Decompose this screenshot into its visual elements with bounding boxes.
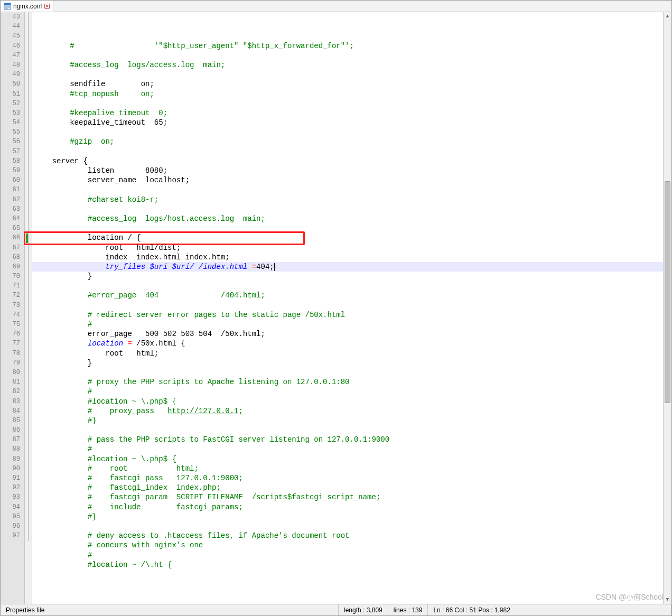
tab-nginx-conf[interactable]: nginx.conf × <box>1 1 53 12</box>
vertical-scrollbar[interactable]: ▲ ▼ <box>663 12 671 604</box>
code-line[interactable] <box>32 521 663 531</box>
line-number-gutter: 4344454647484950515253545556575859606162… <box>1 12 25 604</box>
line-number: 46 <box>1 41 20 51</box>
line-number: 77 <box>1 339 20 348</box>
code-line[interactable] <box>32 99 663 108</box>
line-number: 43 <box>1 12 20 22</box>
line-number: 72 <box>1 291 20 300</box>
code-line[interactable] <box>32 51 663 60</box>
line-number: 63 <box>1 204 20 214</box>
code-line[interactable]: server_name localhost; <box>32 175 663 185</box>
line-number: 88 <box>1 444 20 454</box>
code-line[interactable]: root html; <box>32 349 663 358</box>
code-line[interactable]: location = /50x.html { <box>32 339 663 348</box>
code-line[interactable]: server { <box>32 156 663 166</box>
line-number: 89 <box>1 454 20 464</box>
code-line[interactable]: #access_log logs/host.access.log main; <box>32 214 663 223</box>
code-line[interactable]: # concurs with nginx's one <box>32 540 663 550</box>
status-position: Ln : 66 Col : 51 Pos : 1,982 <box>428 604 671 615</box>
code-line[interactable]: #charset koi8-r; <box>32 195 663 204</box>
code-line[interactable]: # <box>32 550 663 560</box>
line-number: 96 <box>1 521 20 531</box>
code-line[interactable]: #keepalive_timeout 0; <box>32 108 663 118</box>
line-number: 80 <box>1 368 20 377</box>
code-line[interactable]: #access_log logs/access.log main; <box>32 60 663 70</box>
code-line[interactable]: # fastcgi_index index.php; <box>32 483 663 492</box>
code-line[interactable] <box>32 185 663 194</box>
scroll-up-arrow[interactable]: ▲ <box>664 12 671 21</box>
code-line[interactable]: error_page 500 502 503 504 /50x.html; <box>32 329 663 339</box>
code-line[interactable]: # <box>32 387 663 396</box>
line-number: 59 <box>1 166 20 175</box>
code-line[interactable]: #tcp_nopush on; <box>32 89 663 99</box>
status-lines: lines : 139 <box>388 604 428 615</box>
line-number: 47 <box>1 51 20 60</box>
code-line[interactable]: keepalive_timeout 65; <box>32 118 663 127</box>
code-line[interactable] <box>32 147 663 156</box>
code-line[interactable]: #} <box>32 512 663 521</box>
file-icon <box>4 3 11 10</box>
code-area[interactable]: # '"$http_user_agent" "$http_x_forwarded… <box>32 12 663 604</box>
code-line[interactable]: # proxy_pass http://127.0.0.1; <box>32 406 663 416</box>
line-number: 75 <box>1 320 20 329</box>
editor-window: nginx.conf × 434445464748495051525354555… <box>0 0 672 616</box>
code-line[interactable]: } <box>32 358 663 368</box>
fold-margin <box>25 12 32 604</box>
code-line[interactable]: try_files $uri $uri/ /index.html =404; <box>32 262 663 272</box>
code-line[interactable]: root html/dist; <box>32 243 663 253</box>
code-line[interactable] <box>32 70 663 79</box>
line-number: 67 <box>1 243 20 253</box>
line-number: 79 <box>1 358 20 368</box>
code-line[interactable]: # include fastcgi_params; <box>32 502 663 512</box>
scroll-down-arrow[interactable]: ▼ <box>664 595 671 604</box>
line-number: 97 <box>1 531 20 540</box>
line-number: 53 <box>1 108 20 118</box>
code-editor[interactable]: 4344454647484950515253545556575859606162… <box>1 12 671 604</box>
code-line[interactable]: # <box>32 320 663 329</box>
code-line[interactable]: # redirect server error pages to the sta… <box>32 310 663 320</box>
code-line[interactable]: #} <box>32 416 663 425</box>
code-line[interactable]: } <box>32 272 663 281</box>
code-line[interactable]: # pass the PHP scripts to FastCGI server… <box>32 435 663 444</box>
code-line[interactable] <box>32 301 663 310</box>
line-number: 51 <box>1 89 20 99</box>
code-line[interactable]: # proxy the PHP scripts to Apache listen… <box>32 377 663 387</box>
line-number: 45 <box>1 31 20 41</box>
line-number: 82 <box>1 387 20 396</box>
code-line[interactable] <box>32 368 663 377</box>
line-number: 94 <box>1 502 20 512</box>
code-line[interactable] <box>32 223 663 233</box>
code-line[interactable]: # '"$http_user_agent" "$http_x_forwarded… <box>32 41 663 51</box>
scrollbar-thumb[interactable] <box>665 181 670 403</box>
code-line[interactable]: # <box>32 444 663 454</box>
code-line[interactable]: # fastcgi_pass 127.0.0.1:9000; <box>32 473 663 483</box>
code-line[interactable]: index index.html index.htm; <box>32 253 663 262</box>
code-line[interactable]: #location ~ \.php$ { <box>32 397 663 406</box>
code-line[interactable]: listen 8080; <box>32 166 663 175</box>
code-line[interactable]: #location ~ \.php$ { <box>32 454 663 464</box>
status-bar: Properties file length : 3,809 lines : 1… <box>1 604 671 615</box>
code-line[interactable]: sendfile on; <box>32 79 663 89</box>
code-line[interactable]: #location ~ /\.ht { <box>32 560 663 570</box>
line-number: 52 <box>1 99 20 108</box>
code-line[interactable] <box>32 281 663 291</box>
line-number: 87 <box>1 435 20 444</box>
line-number: 68 <box>1 253 20 262</box>
line-number: 44 <box>1 22 20 31</box>
code-line[interactable]: # root html; <box>32 464 663 473</box>
code-line[interactable]: #gzip on; <box>32 137 663 146</box>
line-number: 84 <box>1 406 20 416</box>
code-line[interactable]: # deny access to .htaccess files, if Apa… <box>32 531 663 540</box>
code-line[interactable]: location / { <box>32 233 663 242</box>
code-line[interactable] <box>32 127 663 137</box>
code-line[interactable]: #error_page 404 /404.html; <box>32 291 663 300</box>
code-line[interactable] <box>32 425 663 435</box>
line-number: 70 <box>1 272 20 281</box>
line-number: 64 <box>1 214 20 223</box>
code-line[interactable] <box>32 204 663 214</box>
close-icon[interactable]: × <box>44 4 50 9</box>
line-number: 91 <box>1 473 20 483</box>
line-number: 69 <box>1 262 20 272</box>
line-number: 93 <box>1 492 20 502</box>
code-line[interactable]: # fastcgi_param SCRIPT_FILENAME /scripts… <box>32 492 663 502</box>
